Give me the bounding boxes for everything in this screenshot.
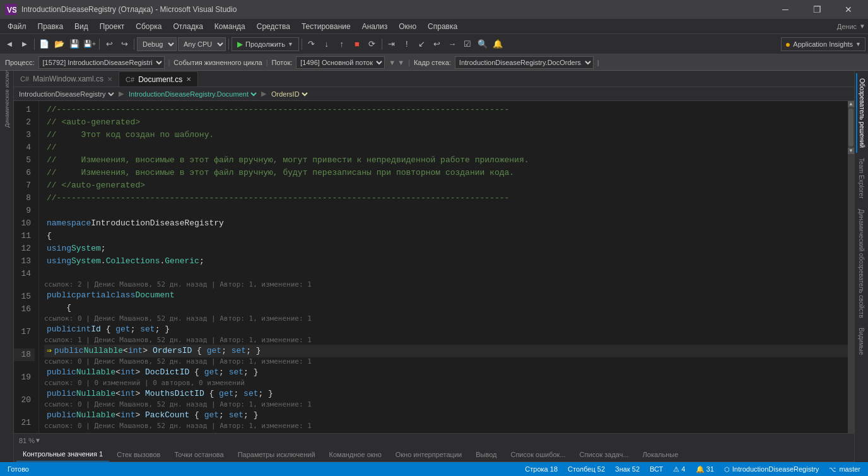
member-select[interactable]: OrdersID xyxy=(269,88,310,100)
stop-button[interactable]: ■ xyxy=(350,37,364,51)
status-char[interactable]: Знак 52 xyxy=(613,462,642,476)
scroll-down[interactable]: ▼ xyxy=(848,148,854,154)
code-line[interactable] xyxy=(44,268,848,280)
debug-config-select[interactable]: Debug xyxy=(137,37,177,51)
save-all-button[interactable]: 💾+ xyxy=(83,37,97,51)
menu-project[interactable]: Проект xyxy=(95,20,130,33)
toolbar-more-7[interactable]: 🔍 xyxy=(476,37,490,51)
status-row[interactable]: Строка 18 xyxy=(522,462,560,476)
menu-test[interactable]: Тестирование xyxy=(296,20,356,33)
code-line[interactable]: public Nullable<int> MoneyCount { get; s… xyxy=(44,431,848,433)
bottom-tab-watchvalues[interactable]: Контрольные значения 1 xyxy=(16,448,109,461)
bottom-tab-callstack[interactable]: Стек вызовов xyxy=(110,448,167,461)
toolbar-more-6[interactable]: ☑ xyxy=(460,37,474,51)
bottom-tab-exceptions[interactable]: Параметры исключений xyxy=(232,448,322,461)
bottom-tab-tasks[interactable]: Список задач... xyxy=(573,448,635,461)
sidebar-visible[interactable]: Видимые xyxy=(857,323,866,360)
step-over-button[interactable]: ↷ xyxy=(305,37,319,51)
bottom-tab-interpret[interactable]: Окно интерпретации xyxy=(389,448,468,461)
code-line[interactable]: // xyxy=(44,141,848,154)
menu-window[interactable]: Окно xyxy=(394,20,421,33)
code-line[interactable]: using System.Collections.Generic; xyxy=(44,255,848,268)
status-mode[interactable]: ВСТ xyxy=(647,462,666,476)
toolbar-separator-5 xyxy=(302,39,302,50)
sidebar-dynamic-properties[interactable]: Динамический обозреватель свойств xyxy=(857,204,866,323)
restart-button[interactable]: ⟳ xyxy=(365,37,379,51)
code-line[interactable]: using System; xyxy=(44,242,848,255)
namespace-select[interactable]: IntroductionDiseaseRegistry xyxy=(16,88,116,100)
toolbar-more-1[interactable]: ⇥ xyxy=(385,37,399,51)
code-line[interactable]: //--------------------------------------… xyxy=(44,192,848,205)
code-line[interactable]: { xyxy=(44,302,848,314)
menu-file[interactable]: Файл xyxy=(3,20,32,33)
callstack-select[interactable]: IntroductionDiseaseRegistry.DocOrders.Dr… xyxy=(455,56,594,69)
code-line[interactable]: ⇒ public Nullable<int> OrdersID { get; s… xyxy=(44,345,848,357)
code-line[interactable]: public Nullable<int> PackCount { get; se… xyxy=(44,409,848,422)
forward-button[interactable]: ► xyxy=(18,37,32,51)
toolbar-more-2[interactable]: ! xyxy=(400,37,414,51)
code-line[interactable]: // Изменения, вносимые в этот файл вручн… xyxy=(44,167,848,179)
code-line[interactable]: //--------------------------------------… xyxy=(44,104,848,116)
app-insights-button[interactable]: ● Application Insights ▼ xyxy=(781,37,865,51)
status-ready[interactable]: Готово xyxy=(5,462,32,476)
menu-view[interactable]: Вид xyxy=(69,20,93,33)
menu-edit[interactable]: Правка xyxy=(33,20,69,33)
menu-debug[interactable]: Отладка xyxy=(168,20,208,33)
editor-scrollbar[interactable]: ▲ ▼ xyxy=(848,101,854,433)
open-file-button[interactable]: 📂 xyxy=(52,37,66,51)
process-select[interactable]: [15792] IntroductionDiseaseRegistri... xyxy=(38,56,165,69)
status-branch[interactable]: ⌥ master xyxy=(826,462,863,476)
menu-help[interactable]: Справка xyxy=(423,20,462,33)
sidebar-team-explorer[interactable]: Team Explorer xyxy=(857,153,866,203)
thread-select[interactable]: [1496] Основной поток xyxy=(296,56,385,69)
step-into-button[interactable]: ↓ xyxy=(320,37,334,51)
code-line[interactable]: public Nullable<int> DocDictID { get; se… xyxy=(44,366,848,379)
scroll-up[interactable]: ▲ xyxy=(848,101,854,107)
bottom-tab-locals[interactable]: Локальные xyxy=(636,448,685,461)
platform-select[interactable]: Any CPU xyxy=(178,37,226,51)
maximize-button[interactable]: ❐ xyxy=(802,0,831,19)
toolbar-more-8[interactable]: 🔔 xyxy=(491,37,505,51)
code-line[interactable]: // <auto-generated> xyxy=(44,116,848,129)
undo-button[interactable]: ↩ xyxy=(102,37,116,51)
code-line[interactable]: public partial class Document xyxy=(44,289,848,302)
sidebar-dynamic-debug[interactable]: Динамическое исключение добавить xyxy=(1,73,13,85)
code-line[interactable]: public int Id { get; set; } xyxy=(44,323,848,336)
redo-button[interactable]: ↪ xyxy=(117,37,131,51)
tab-mainwindow[interactable]: C# MainWindow.xaml.cs ✕ xyxy=(14,71,119,86)
bottom-tab-errors[interactable]: Список ошибок... xyxy=(504,448,572,461)
menu-build[interactable]: Сборка xyxy=(131,20,167,33)
bottom-tab-command[interactable]: Командное окно xyxy=(323,448,388,461)
status-project[interactable]: ⬡ IntroductionDiseaseRegistry xyxy=(722,462,822,476)
code-line[interactable]: // </auto-generated> xyxy=(44,179,848,192)
code-line[interactable]: // Изменения, вносимые в этот файл вручн… xyxy=(44,154,848,167)
code-line[interactable]: namespace IntroductionDiseaseRegistry xyxy=(44,217,848,230)
code-line[interactable]: { xyxy=(44,230,848,242)
class-select[interactable]: IntroductionDiseaseRegistry.Document xyxy=(126,88,259,100)
bottom-tab-breakpoints[interactable]: Точки останова xyxy=(168,448,230,461)
code-content[interactable]: //--------------------------------------… xyxy=(39,101,848,433)
status-errors[interactable]: ⚠ 4 xyxy=(671,462,688,476)
menu-tools[interactable]: Средства xyxy=(252,20,295,33)
step-out-button[interactable]: ↑ xyxy=(335,37,349,51)
toolbar-more-5[interactable]: → xyxy=(445,37,459,51)
new-file-button[interactable]: 📄 xyxy=(37,37,51,51)
save-button[interactable]: 💾 xyxy=(67,37,81,51)
code-line[interactable]: // Этот код создан по шаблону. xyxy=(44,129,848,141)
menu-analyze[interactable]: Анализ xyxy=(357,20,393,33)
scroll-thumb[interactable] xyxy=(848,109,853,146)
toolbar-more-4[interactable]: ↩ xyxy=(430,37,444,51)
bottom-tab-output[interactable]: Вывод xyxy=(469,448,503,461)
tab-document[interactable]: C# Document.cs ✕ xyxy=(119,71,198,86)
status-warnings[interactable]: 🔔 31 xyxy=(693,462,717,476)
menu-team[interactable]: Команда xyxy=(209,20,250,33)
minimize-button[interactable]: ─ xyxy=(771,0,800,19)
toolbar-more-3[interactable]: ↙ xyxy=(415,37,429,51)
close-button[interactable]: ✕ xyxy=(834,0,863,19)
sidebar-solution-explorer[interactable]: Обозреватель решений xyxy=(856,73,867,153)
code-line[interactable] xyxy=(44,205,848,217)
code-line[interactable]: public Nullable<int> MouthsDictID { get;… xyxy=(44,388,848,400)
continue-button[interactable]: ▶ Продолжить ▼ xyxy=(232,37,299,51)
back-button[interactable]: ◄ xyxy=(3,37,16,51)
status-col[interactable]: Столбец 52 xyxy=(565,462,607,476)
